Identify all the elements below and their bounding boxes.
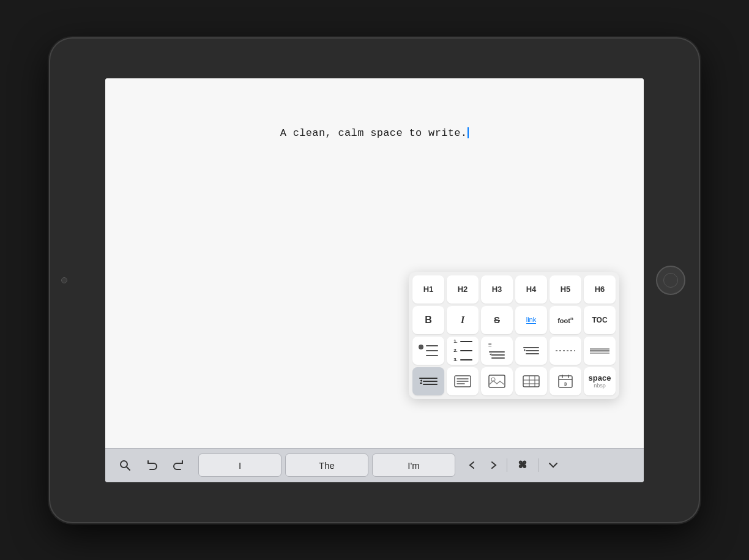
suggestion-2[interactable]: The [285, 454, 368, 477]
tablet-shell: A clean, calm space to write. H1 H2 H3 H… [50, 39, 699, 522]
tablet-screen: A clean, calm space to write. H1 H2 H3 H… [105, 78, 644, 482]
svg-rect-21 [489, 375, 505, 387]
heading4-button[interactable]: H4 [515, 275, 547, 304]
document-content: A clean, calm space to write. [280, 127, 468, 139]
bottom-toolbar: I The I'm [105, 448, 644, 482]
svg-marker-15 [420, 379, 422, 382]
text-cursor [468, 127, 469, 138]
footnote-label: footn [557, 316, 573, 324]
suggestion-3[interactable]: I'm [372, 454, 455, 477]
hr-solid-icon [589, 346, 611, 356]
format-toolbar: H1 H2 H3 H4 H5 H6 B [409, 272, 619, 399]
text-block-button[interactable] [447, 367, 479, 395]
h5-label: H5 [561, 285, 571, 294]
image-icon [488, 374, 506, 389]
link-button[interactable]: link [515, 306, 547, 334]
heading2-button[interactable]: H2 [447, 275, 479, 304]
link-label: link [526, 316, 537, 324]
redo-button[interactable] [166, 453, 191, 477]
svg-text:3: 3 [564, 381, 567, 387]
toolbar-right-controls: ⌘ [463, 455, 564, 476]
autocomplete-suggestions: I The I'm [198, 454, 455, 477]
toolbar-divider [507, 458, 507, 472]
suggestion-1-text: I [239, 460, 241, 471]
image-button[interactable] [481, 367, 513, 395]
suggestion-2-text: The [319, 460, 335, 471]
bold-label: B [425, 315, 432, 326]
heading3-button[interactable]: H3 [481, 275, 513, 304]
dedent-icon [523, 346, 540, 356]
reduce-indent-icon [419, 376, 438, 387]
writing-area[interactable]: A clean, calm space to write. H1 H2 H3 H… [105, 78, 644, 448]
h4-label: H4 [526, 285, 537, 294]
tablet-camera [61, 277, 67, 283]
svg-line-34 [127, 467, 130, 470]
reduce-indent-button[interactable] [412, 367, 444, 395]
strikethrough-button[interactable]: S [481, 306, 513, 334]
suggestion-3-text: I'm [408, 460, 420, 471]
ordered-list-button[interactable]: 1. 2. 3. [447, 337, 479, 365]
suggestion-1[interactable]: I [198, 454, 281, 477]
dedent-button[interactable] [515, 337, 547, 365]
collapse-keyboard-icon [547, 459, 559, 471]
heading1-button[interactable]: H1 [412, 275, 444, 304]
redo-icon [173, 459, 185, 471]
footnote-button[interactable]: footn [550, 306, 581, 334]
italic-label: I [461, 315, 464, 326]
space-label: space [589, 374, 611, 382]
h3-label: H3 [492, 285, 502, 294]
document-text: A clean, calm space to write. [280, 127, 469, 139]
indent-button[interactable]: ≡ [481, 337, 513, 365]
toc-button[interactable]: TOC [584, 306, 616, 334]
table-icon [522, 375, 540, 388]
next-button[interactable] [483, 455, 503, 475]
table-button[interactable] [515, 367, 547, 395]
prev-icon [468, 459, 477, 471]
svg-marker-7 [524, 349, 526, 351]
tablet-home-button[interactable] [656, 266, 685, 295]
search-button[interactable] [113, 453, 137, 477]
h1-label: H1 [423, 285, 434, 294]
hr-dotted-button[interactable] [550, 337, 581, 365]
prev-button[interactable] [463, 455, 482, 475]
heading5-button[interactable]: H5 [550, 275, 581, 304]
space-button[interactable]: space nbsp [584, 367, 616, 395]
bold-button[interactable]: B [412, 306, 444, 334]
svg-text:⌘: ⌘ [518, 460, 527, 469]
next-icon [488, 459, 498, 471]
search-icon [119, 459, 131, 471]
undo-icon [146, 459, 158, 471]
unordered-list-button[interactable] [412, 337, 444, 365]
h6-label: H6 [595, 285, 605, 294]
hr-solid-button[interactable] [584, 337, 616, 365]
calendar-button[interactable]: 3 [550, 367, 581, 395]
unordered-list-icon [419, 345, 438, 356]
indent-icon: ≡ [488, 342, 505, 360]
hr-dotted-icon [554, 346, 576, 356]
ordered-list-icon: 1. 2. 3. [453, 338, 472, 362]
svg-marker-3 [490, 353, 491, 356]
heading6-button[interactable]: H6 [584, 275, 616, 304]
text-block-icon [453, 375, 472, 388]
strike-label: S [494, 315, 500, 325]
cmd-button[interactable]: ⌘ [511, 455, 534, 476]
calendar-icon: 3 [557, 374, 573, 389]
space-sublabel: nbsp [594, 383, 606, 389]
undo-button[interactable] [140, 453, 164, 477]
h2-label: H2 [458, 285, 468, 294]
toolbar-divider-2 [538, 458, 538, 472]
toc-label: TOC [592, 316, 607, 324]
italic-button[interactable]: I [447, 306, 479, 334]
svg-rect-23 [523, 376, 539, 387]
collapse-keyboard-button[interactable] [542, 455, 564, 475]
cmd-icon: ⌘ [516, 458, 529, 472]
